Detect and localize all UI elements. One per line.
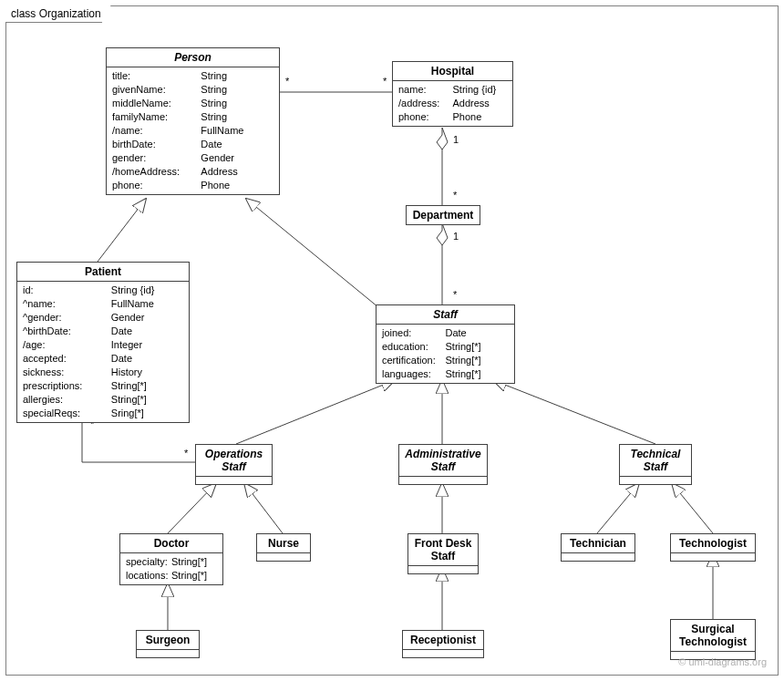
class-name-nurse: Nurse	[257, 534, 310, 552]
class-hospital-attrs: name:String {id} /address:Address phone:…	[393, 80, 512, 126]
class-doctor-attrs: specialty:String[*] locations:String[*]	[120, 552, 222, 584]
class-name-person: Person	[107, 48, 279, 67]
class-name-hospital: Hospital	[393, 62, 512, 80]
class-name-surgical-technologist: Surgical Technologist	[671, 620, 755, 651]
class-name-receptionist: Receptionist	[403, 631, 483, 649]
svg-line-5	[236, 380, 395, 444]
class-name-staff: Staff	[377, 305, 514, 324]
svg-line-11	[597, 483, 639, 533]
svg-line-7	[493, 380, 655, 444]
class-nurse: Nurse	[256, 533, 311, 562]
uml-package-frame: class Organization	[5, 5, 779, 676]
class-name-doctor: Doctor	[120, 534, 222, 552]
class-name-patient: Patient	[17, 263, 189, 281]
class-staff: Staff joined:Date education:String[*] ce…	[376, 304, 515, 384]
svg-line-9	[244, 483, 283, 533]
mult-person-hospital-right: *	[381, 76, 388, 87]
class-person: Person title:String givenName:String mid…	[106, 47, 280, 195]
class-doctor: Doctor specialty:String[*] locations:Str…	[119, 533, 223, 585]
class-name-technical-staff: Technical Staff	[620, 445, 691, 476]
package-name: class Organization	[11, 7, 101, 20]
class-name-surgeon: Surgeon	[137, 631, 199, 649]
class-technologist: Technologist	[670, 533, 756, 562]
class-person-attrs: title:String givenName:String middleName…	[107, 67, 279, 194]
class-name-front-desk-staff: Front Desk Staff	[408, 534, 478, 565]
class-technical-staff: Technical Staff	[619, 444, 692, 485]
class-technician: Technician	[561, 533, 635, 562]
class-name-technologist: Technologist	[671, 534, 755, 552]
class-administrative-staff: Administrative Staff	[398, 444, 488, 485]
mult-dept-staff-top: 1	[451, 231, 460, 242]
class-surgical-technologist: Surgical Technologist	[670, 619, 756, 660]
class-receptionist: Receptionist	[402, 630, 484, 658]
mult-dept-staff-bot: *	[451, 289, 459, 300]
class-surgeon: Surgeon	[136, 630, 200, 658]
watermark: © uml-diagrams.org	[678, 656, 767, 667]
class-patient: Patient id:String {id} ^name:FullName ^g…	[16, 262, 190, 423]
class-patient-attrs: id:String {id} ^name:FullName ^gender:Ge…	[17, 281, 189, 422]
class-staff-attrs: joined:Date education:String[*] certific…	[377, 324, 514, 383]
class-name-department: Department	[407, 206, 480, 224]
package-name-tab: class Organization	[5, 5, 111, 23]
mult-person-hospital-left: *	[284, 76, 291, 87]
class-front-desk-staff: Front Desk Staff	[407, 533, 479, 574]
class-name-technician: Technician	[562, 534, 634, 552]
class-name-operations-staff: Operations Staff	[196, 445, 272, 476]
class-operations-staff: Operations Staff	[195, 444, 273, 485]
svg-line-4	[246, 199, 378, 307]
mult-hospital-dept-bot: *	[451, 190, 459, 201]
svg-line-3	[98, 199, 146, 262]
mult-hospital-dept-top: 1	[451, 134, 460, 145]
class-name-administrative-staff: Administrative Staff	[399, 445, 487, 476]
svg-line-8	[168, 483, 216, 533]
mult-patient-ops-right: *	[182, 448, 190, 459]
class-hospital: Hospital name:String {id} /address:Addre…	[392, 61, 513, 127]
class-department: Department	[406, 205, 480, 225]
svg-line-12	[672, 483, 713, 533]
